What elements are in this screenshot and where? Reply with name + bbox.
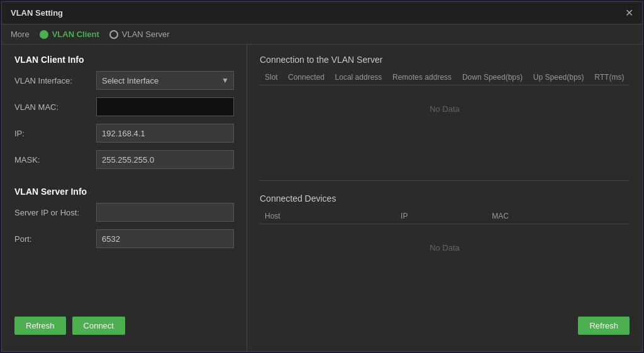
- right-bottom-buttons: Refresh: [260, 317, 630, 341]
- devices-no-data: No Data: [260, 224, 630, 272]
- col-rtt: RTT(ms): [589, 70, 630, 85]
- devices-section: Connected Devices Host IP MAC No Data: [260, 193, 630, 307]
- close-button[interactable]: ✕: [625, 8, 633, 18]
- left-panel: VLAN Client Info VLAN Interface: Select …: [2, 45, 247, 351]
- ip-input[interactable]: [96, 124, 234, 143]
- mask-row: MASK:: [14, 150, 234, 169]
- connection-section: Connection to the VLAN Server Slot Conne…: [260, 55, 630, 168]
- client-info-title: VLAN Client Info: [14, 55, 234, 65]
- server-info-title: VLAN Server Info: [14, 187, 234, 197]
- connection-table-header: Slot Connected Local address Remotes add…: [260, 70, 630, 85]
- port-input[interactable]: [96, 229, 234, 248]
- vlan-interface-select[interactable]: Select Interface: [96, 71, 234, 90]
- tab-vlan-client-label: VLAN Client: [52, 30, 99, 39]
- ip-row: IP:: [14, 124, 234, 143]
- server-info-section: VLAN Server Info Server IP or Host: Port…: [14, 187, 234, 256]
- vlan-interface-row: VLAN Interface: Select Interface ▼: [14, 71, 234, 90]
- col-ip: IP: [396, 209, 487, 224]
- vlan-mac-label: VLAN MAC:: [14, 102, 96, 112]
- connection-no-data-row: No Data: [260, 85, 630, 133]
- connection-title: Connection to the VLAN Server: [260, 55, 630, 65]
- section-divider: [260, 180, 630, 181]
- col-connected: Connected: [283, 70, 330, 85]
- ip-label: IP:: [14, 129, 96, 138]
- tab-vlan-server-label: VLAN Server: [122, 30, 170, 39]
- server-host-label: Server IP or Host:: [14, 208, 96, 217]
- vlan-mac-input[interactable]: [96, 97, 234, 116]
- col-remotes-address: Remotes address: [387, 70, 457, 85]
- devices-table-header: Host IP MAC: [260, 209, 630, 224]
- server-host-row: Server IP or Host:: [14, 203, 234, 222]
- tab-vlan-server-radio: [109, 30, 118, 39]
- devices-no-data-row: No Data: [260, 224, 630, 272]
- devices-table: Host IP MAC No Data: [260, 209, 630, 271]
- connection-table: Slot Connected Local address Remotes add…: [260, 70, 630, 133]
- client-info-section: VLAN Client Info VLAN Interface: Select …: [14, 55, 234, 176]
- mask-label: MASK:: [14, 155, 96, 165]
- title-bar: VLAN Setting ✕: [2, 2, 642, 24]
- right-panel: Connection to the VLAN Server Slot Conne…: [247, 45, 642, 351]
- col-down-speed: Down Speed(bps): [457, 70, 528, 85]
- col-host: Host: [260, 209, 396, 224]
- left-bottom-buttons: Refresh Connect: [14, 317, 234, 341]
- server-host-input[interactable]: [96, 203, 234, 222]
- col-local-address: Local address: [330, 70, 387, 85]
- devices-title: Connected Devices: [260, 193, 630, 204]
- more-label[interactable]: More: [11, 30, 30, 39]
- col-slot: Slot: [260, 70, 283, 85]
- tab-bar: More VLAN Client VLAN Server: [2, 24, 642, 45]
- port-label: Port:: [14, 234, 96, 244]
- vlan-interface-label: VLAN Interface:: [14, 76, 96, 85]
- col-up-speed: Up Speed(bps): [528, 70, 589, 85]
- vlan-mac-row: VLAN MAC:: [14, 97, 234, 116]
- tab-vlan-client[interactable]: VLAN Client: [40, 30, 99, 39]
- connect-button[interactable]: Connect: [72, 317, 125, 335]
- left-refresh-button[interactable]: Refresh: [14, 317, 66, 335]
- vlan-interface-select-wrapper: Select Interface ▼: [96, 71, 234, 90]
- dialog-title: VLAN Setting: [11, 8, 63, 18]
- tab-vlan-client-radio: [40, 30, 48, 39]
- tab-vlan-server[interactable]: VLAN Server: [109, 30, 170, 39]
- content-area: VLAN Client Info VLAN Interface: Select …: [2, 45, 642, 351]
- col-mac: MAC: [487, 209, 630, 224]
- connection-no-data: No Data: [260, 85, 630, 133]
- right-refresh-button[interactable]: Refresh: [578, 317, 630, 335]
- vlan-setting-dialog: VLAN Setting ✕ More VLAN Client VLAN Ser…: [1, 1, 643, 352]
- mask-input[interactable]: [96, 150, 234, 169]
- port-row: Port:: [14, 229, 234, 248]
